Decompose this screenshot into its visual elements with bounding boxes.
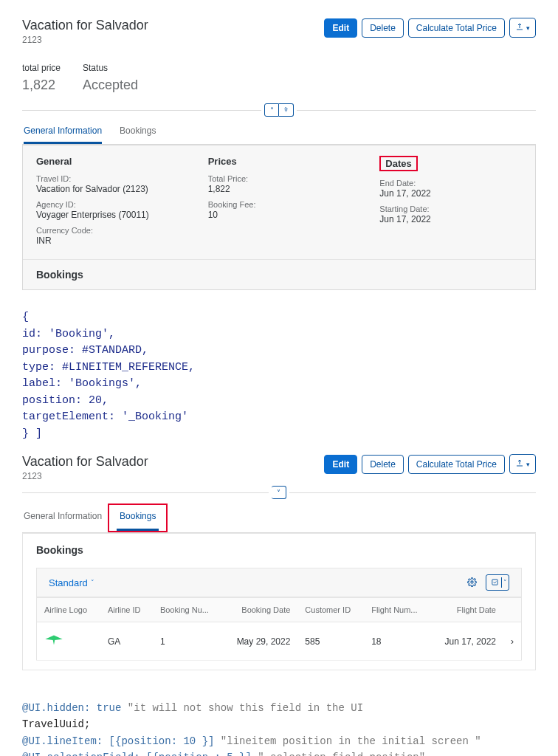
expand-header-button[interactable]: ˅ (272, 486, 286, 499)
chevron-down-icon: ▾ (526, 24, 530, 32)
header-collapse-strip: ˅ (22, 486, 536, 499)
gear-icon (467, 577, 477, 588)
totalprice-label: total price (22, 63, 61, 73)
starting-date-label: Starting Date: (379, 205, 522, 213)
end-date-value: Jun 17, 2022 (379, 188, 522, 199)
cell-airline-id: GA (100, 622, 153, 661)
tab-general-information[interactable]: General Information (24, 505, 102, 531)
currency-code-value: INR (36, 236, 179, 246)
col-airline-logo[interactable]: Airline Logo (37, 598, 100, 622)
totalprice-value: 1,822 (22, 78, 61, 93)
total-price-value: 1,822 (208, 184, 351, 194)
booking-fee-label: Booking Fee: (208, 200, 351, 209)
page-title: Vacation for Salvador (22, 454, 148, 470)
chevron-down-icon: ▾ (526, 461, 530, 468)
share-icon (515, 458, 524, 470)
starting-date-value: Jun 17, 2022 (379, 214, 522, 224)
header-actions: Edit Delete Calculate Total Price ▾ (324, 18, 536, 38)
col-flight-number[interactable]: Flight Num... (364, 598, 431, 622)
prices-heading: Prices (208, 156, 351, 167)
row-navigate-icon[interactable]: › (503, 622, 522, 661)
agency-id-label: Agency ID: (36, 200, 179, 209)
header-actions: Edit Delete Calculate Total Price ▾ (324, 454, 536, 474)
airline-logo-icon (44, 639, 63, 650)
status-label: Status (83, 63, 138, 73)
total-price-label: Total Price: (208, 174, 351, 183)
header-collapse-strip: ˄ (22, 103, 536, 117)
tab-bookings[interactable]: Bookings (117, 505, 159, 531)
bookings-table: Airline Logo Airline ID Booking Nu... Bo… (36, 597, 522, 661)
col-airline-id[interactable]: Airline ID (100, 598, 153, 622)
export-icon (491, 578, 499, 588)
tab-general-information[interactable]: General Information (24, 121, 102, 144)
edit-button[interactable]: Edit (324, 455, 357, 474)
bookings-panel: Bookings Standard ˅ ˅ (22, 533, 536, 670)
cell-customer-id: 585 (297, 622, 364, 661)
currency-code-label: Currency Code: (36, 226, 179, 235)
svg-point-0 (470, 580, 472, 583)
header: Vacation for Salvador 2123 Edit Delete C… (22, 454, 536, 481)
header-facts: total price 1,822 Status Accepted (22, 63, 536, 93)
table-header-row: Airline Logo Airline ID Booking Nu... Bo… (37, 598, 522, 622)
table-row[interactable]: GA 1 May 29, 2022 585 18 Jun 17, 2022 › (37, 622, 522, 661)
status-value: Accepted (83, 78, 138, 93)
general-column: General Travel ID: Vacation for Salvador… (36, 156, 179, 252)
bookings-heading: Bookings (23, 534, 535, 563)
travel-id-label: Travel ID: (36, 174, 179, 183)
chevron-up-icon: ˄ (270, 106, 274, 114)
dates-column: Dates End Date: Jun 17, 2022 Starting Da… (379, 156, 522, 252)
dates-heading-highlight: Dates (379, 156, 417, 171)
page-subtitle: 2123 (22, 35, 148, 45)
export-button[interactable]: ˅ (486, 574, 509, 591)
svg-rect-1 (492, 579, 497, 584)
chevron-down-icon: ˅ (277, 489, 280, 497)
object-page-2: Vacation for Salvador 2123 Edit Delete C… (0, 448, 558, 685)
code-snippet-2: @UI.hidden: true "it will not show this … (0, 685, 558, 756)
variant-selector[interactable]: Standard ˅ (49, 577, 94, 588)
chevron-down-icon: ˅ (503, 579, 507, 586)
share-button[interactable]: ▾ (509, 18, 536, 38)
cell-booking-number: 1 (153, 622, 223, 661)
prices-column: Prices Total Price: 1,822 Booking Fee: 1… (208, 156, 351, 252)
anchor-tabs: General Information Bookings (22, 121, 536, 145)
cell-airline-logo (37, 622, 100, 661)
cell-flight-number: 18 (364, 622, 431, 661)
variant-label: Standard (49, 577, 88, 588)
col-customer-id[interactable]: Customer ID (297, 598, 364, 622)
page-subtitle: 2123 (22, 471, 148, 481)
code-snippet-1: { id: 'Booking', purpose: #STANDARD, typ… (0, 305, 558, 448)
pin-header-button[interactable] (279, 103, 294, 117)
calculate-total-price-button[interactable]: Calculate Total Price (408, 455, 505, 474)
general-information-panel: General Travel ID: Vacation for Salvador… (22, 145, 536, 290)
pin-icon (283, 106, 289, 114)
object-page-1: Vacation for Salvador 2123 Edit Delete C… (0, 0, 558, 305)
delete-button[interactable]: Delete (362, 18, 404, 38)
header: Vacation for Salvador 2123 Edit Delete C… (22, 18, 536, 45)
general-heading: General (36, 156, 179, 167)
travel-id-value: Vacation for Salvador (2123) (36, 184, 179, 194)
share-button[interactable]: ▾ (509, 454, 536, 474)
col-booking-number[interactable]: Booking Nu... (153, 598, 223, 622)
table-toolbar: Standard ˅ ˅ (36, 568, 522, 597)
cell-booking-date: May 29, 2022 (222, 622, 297, 661)
end-date-label: End Date: (379, 179, 522, 188)
tab-bookings-highlight: Bookings (108, 504, 168, 532)
cell-flight-date: Jun 17, 2022 (431, 622, 503, 661)
col-booking-date[interactable]: Booking Date (222, 598, 297, 622)
dates-heading: Dates (379, 156, 522, 171)
booking-fee-value: 10 (208, 210, 351, 220)
share-icon (515, 22, 524, 33)
collapse-header-button[interactable]: ˄ (264, 103, 279, 117)
chevron-down-icon: ˅ (91, 579, 94, 586)
agency-id-value: Voyager Enterprises (70011) (36, 210, 179, 220)
anchor-tabs: General Information Bookings (22, 504, 536, 533)
page-title: Vacation for Salvador (22, 18, 148, 33)
delete-button[interactable]: Delete (362, 455, 404, 474)
calculate-total-price-button[interactable]: Calculate Total Price (408, 18, 505, 38)
col-flight-date[interactable]: Flight Date (431, 598, 503, 622)
tab-bookings[interactable]: Bookings (120, 121, 156, 144)
edit-button[interactable]: Edit (324, 18, 357, 38)
bookings-section-heading: Bookings (23, 259, 535, 289)
settings-button[interactable] (464, 574, 480, 591)
